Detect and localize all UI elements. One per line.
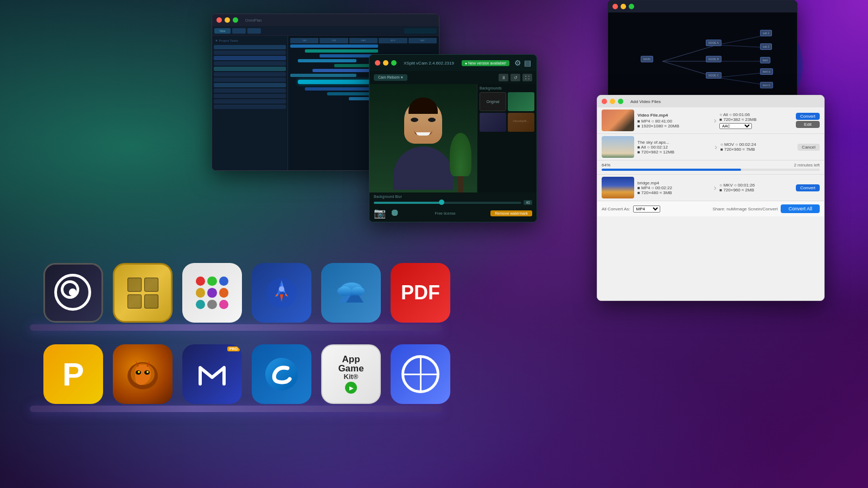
conf-crop-btn[interactable]: ⛶	[522, 74, 532, 81]
scrobbles-center-dot	[69, 288, 76, 296]
app-icon-pockity[interactable]	[252, 344, 311, 404]
conv-progress-item: 64% 2 minutes left	[597, 160, 824, 175]
pres-cell-2	[144, 278, 158, 292]
conv-out-size-3: ■ 720×960 ≈ 2MB	[719, 188, 793, 192]
conf-blur-fill	[374, 202, 440, 204]
conf-pause-btn[interactable]: ⏸	[499, 74, 508, 81]
conv-out-format-1: ○ All ○ 00:01:06	[719, 112, 793, 117]
conv-progress-fill	[602, 169, 741, 171]
conv-btns-2: Cancel	[797, 144, 820, 151]
app-icon-monodraw[interactable]: PRO	[182, 344, 242, 404]
conf-bottom-bar: Background Blur 40 📷 ⏺ Free license Remo…	[369, 192, 537, 222]
toolbar-btn-3[interactable]	[247, 28, 261, 34]
pres-cell-4	[144, 294, 158, 309]
svg-point-9	[279, 286, 284, 292]
conv-size-2: ■ 720×982 ≈ 12MB	[637, 150, 711, 155]
conf-plant	[450, 127, 471, 192]
toolbar-btn-2[interactable]	[232, 28, 246, 34]
mindmap-node-root: MAIN	[641, 56, 653, 62]
conf-video-feed	[369, 84, 477, 192]
toolbar-btn-1[interactable]: View	[214, 28, 231, 34]
conf-titlebar: XSplit vCam 2.4.602.2319 ● New version a…	[369, 55, 537, 71]
conf-blur-track[interactable]	[374, 202, 521, 204]
conv-size-3: ■ 720×480 ≈ 3MB	[637, 190, 711, 195]
app-icon-appgamekit[interactable]: App Game Kit®	[321, 344, 381, 404]
proj-minimize-dot	[225, 17, 230, 23]
conf-blur-thumb[interactable]	[439, 200, 444, 205]
app-icon-pdf-squeezer[interactable]: PDF	[391, 263, 450, 323]
conv-info-3: bridge.mp4 ■ MP4 ○ 00:02:22 ■ 720×480 ≈ …	[637, 181, 711, 195]
conv-edit-btn-1[interactable]: Edit	[796, 121, 820, 128]
app-icon-scrobbles[interactable]	[43, 263, 103, 323]
task-row-4	[214, 61, 286, 66]
conv-codec-select[interactable]: AAC	[719, 123, 793, 129]
task-row-12	[214, 105, 286, 109]
conv-all-format[interactable]: MP4	[633, 206, 660, 213]
app-icon-gametrack[interactable]	[182, 263, 242, 323]
dot-3	[219, 277, 228, 286]
mindmap-titlebar	[608, 1, 797, 12]
conf-watermark-btn[interactable]: Remove watermark	[490, 210, 532, 216]
svg-point-13	[337, 286, 352, 296]
conf-camera-icon[interactable]: 📷	[374, 207, 386, 219]
conv-convert-btn-3[interactable]: Convert	[796, 184, 820, 191]
conf-cam-selector[interactable]: Cam Reborn ▾	[374, 74, 407, 81]
gantt-row-2	[290, 49, 437, 53]
conf-bg-blur[interactable]: cloudsplit...	[508, 113, 534, 132]
app-icon-dragon[interactable]	[113, 344, 173, 404]
pres-cell-3	[127, 294, 142, 309]
monodraw-pro-badge: PRO	[227, 346, 240, 351]
conv-btns-1: Convert Edit	[796, 113, 820, 128]
conv-convert-btn-1[interactable]: Convert	[796, 113, 820, 120]
conv-codec-dropdown[interactable]: AAC	[719, 123, 752, 129]
conv-max	[618, 99, 623, 104]
dot-1	[196, 277, 205, 286]
pboard-letter: P	[62, 356, 84, 393]
conf-update-badge: ● New version available!	[462, 60, 509, 66]
project-titlebar: OmniPlan	[212, 14, 439, 26]
conv-convert-all-btn[interactable]: Convert All	[781, 204, 820, 213]
conv-size-1: ■ 1920×1080 ≈ 20MB	[637, 124, 711, 129]
app-icon-presentation[interactable]	[113, 263, 173, 323]
mindmap-node-1b: sub 2	[760, 43, 772, 50]
conf-record-icon[interactable]: ⏺	[390, 207, 400, 219]
conf-person	[391, 89, 456, 192]
sidebar-section: ▼ Project Tasks	[214, 38, 286, 43]
conv-info-2: The sky of.aps... ■ All ○ 00:02:12 ■ 720…	[637, 140, 711, 155]
crosshair-vertical	[420, 358, 422, 390]
task-row-3	[214, 56, 286, 60]
timeline-header: JAN FEB MAR APR MAY	[290, 38, 437, 43]
gantt-row-1	[290, 44, 437, 48]
conf-controls: Cam Reborn ▾ ⏸ ↺ ⛶	[369, 71, 537, 84]
close-dot	[612, 4, 618, 9]
conf-refresh-btn[interactable]: ↺	[510, 74, 520, 81]
svg-point-21	[265, 358, 298, 390]
conf-media-btns: ⏸ ↺ ⛶	[499, 74, 532, 81]
pdf-icon-label: PDF	[401, 281, 440, 304]
app-icon-rocket-typist[interactable]	[252, 263, 311, 323]
conv-filename-1: Video File.mp4	[637, 113, 711, 118]
conv-title: Add Video Files	[630, 99, 820, 104]
app-icon-cloudmounter[interactable]	[321, 263, 381, 323]
app-shelf-row-1: PDF	[43, 260, 450, 325]
dot-2	[207, 277, 216, 286]
conf-settings-icon[interactable]: ⚙	[514, 59, 521, 67]
conv-cancel-btn-2[interactable]: Cancel	[797, 144, 820, 151]
conf-bg-dark[interactable]	[480, 113, 506, 132]
app-icon-pboard[interactable]: P	[43, 344, 103, 404]
conv-arrow-icon-1: ›	[714, 116, 717, 125]
conv-btns-3: Convert	[796, 184, 820, 191]
conf-blur-slider-row: 40	[374, 200, 532, 205]
app-icon-crosshair[interactable]	[391, 344, 450, 404]
conv-format-3: ■ MP4 ○ 00:02:22	[637, 185, 711, 190]
conv-item-1: Video File.mp4 ■ MP4 ○ 80:41:00 ■ 1920×1…	[597, 107, 824, 134]
agk-play-button[interactable]	[345, 382, 357, 394]
conv-thumb-sky	[602, 136, 634, 158]
mindmap-node-3b: item b	[760, 82, 773, 88]
conf-bg-nature[interactable]	[508, 92, 534, 111]
cloud-svg	[331, 273, 372, 313]
conf-more-icon[interactable]: ▤	[524, 59, 531, 67]
conv-out-size-2: ■ 720×960 ≈ 7MB	[720, 147, 794, 152]
conf-bg-original[interactable]: Original	[480, 92, 506, 111]
toolbar-search[interactable]	[404, 28, 437, 34]
